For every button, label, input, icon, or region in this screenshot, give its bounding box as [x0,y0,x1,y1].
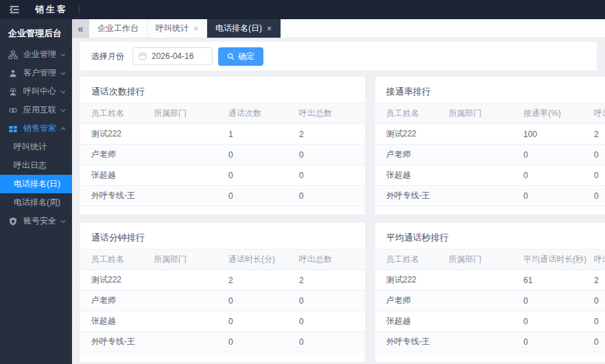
panel-title: 接通率排行 [375,77,605,103]
table-cell [153,291,228,311]
table-cell: 0 [523,311,593,332]
month-filter-label: 选择月份 [91,51,124,62]
sidebar-item-label: 企业管理 [23,49,56,60]
menu-fold-icon[interactable] [9,4,20,15]
table-row: 测试22212 [80,124,365,145]
table-cell: 卢老师 [375,291,448,311]
table-cell: 0 [228,311,298,332]
sidebar-item-customer-management[interactable]: 客户管理 [0,64,72,82]
table-cell: 卢老师 [80,291,153,311]
chevron-down-icon [60,52,66,58]
column-header: 员工姓名 [80,104,153,124]
table-row: 测试222612 [375,270,605,291]
table-header-row: 员工姓名所属部门通话时长(分)呼出总数 [80,250,365,270]
table-row: 外呼专线-王00 [375,332,605,352]
sidebar-subitem-call-statistics[interactable]: 呼叫统计 [0,138,72,156]
table-row: 张超越00 [80,165,365,186]
sidebar-item-label: 客户管理 [23,67,56,79]
ranking-table: 员工姓名所属部门平均通话时长(秒)呼出总数测试222612卢老师00张超越00外… [375,249,605,352]
sidebar-subitem-outbound-log[interactable]: 呼出日志 [0,156,72,175]
agent-headset-icon [8,87,18,97]
sidebar-subitem-phone-ranking-week[interactable]: 电话排名(周) [0,193,72,212]
sidebar-item-label: 应用互联 [23,104,56,116]
table-row: 卢老师00 [375,145,605,165]
table-cell: 0 [593,311,605,332]
chevron-down-icon [60,219,66,224]
column-header: 呼出总数 [298,104,365,124]
table-row: 卢老师00 [80,145,365,165]
panel-title: 平均通话秒排行 [375,223,605,249]
table-cell: 0 [593,332,605,352]
sidebar-item-app-interconnect[interactable]: 应用互联 [0,101,72,119]
search-icon [227,53,235,60]
sidebar-item-sales-manager[interactable]: 销售管家 [0,119,72,138]
table-cell [448,165,523,186]
table-cell: 0 [523,165,593,186]
table-row: 外呼专线-王00 [80,186,365,206]
table-row: 测试22222 [80,270,365,291]
sidebar-subitem-phone-ranking-day[interactable]: 电话排名(日) [0,175,72,193]
table-cell: 0 [298,186,365,206]
close-icon[interactable]: × [267,25,272,33]
table-cell [448,270,523,291]
chevron-down-icon [60,71,66,76]
tab-label: 呼叫统计 [156,23,189,34]
table-row: 卢老师00 [375,291,605,311]
table-row: 外呼专线-王00 [375,186,605,206]
tab-call-statistics[interactable]: 呼叫统计 × [147,19,207,38]
confirm-button[interactable]: 确定 [218,47,263,66]
org-icon [8,50,18,60]
table-cell: 0 [523,186,593,206]
date-picker-input[interactable]: 2026-04-16 [132,47,213,65]
tabs-collapse-button[interactable]: « [72,19,89,38]
table-cell: 2 [228,270,298,291]
filter-bar: 选择月份 2026-04-16 确定 [80,42,597,71]
column-header: 所属部门 [153,104,228,124]
link-icon [8,106,18,115]
sidebar-item-call-center[interactable]: 呼叫中心 [0,82,72,101]
tab-bar: « 企业工作台 呼叫统计 × 电话排名(日) × [72,19,605,38]
table-row: 卢老师00 [80,291,365,311]
column-header: 通话时长(分) [228,250,298,270]
table-cell: 2 [593,270,605,291]
ranking-table: 员工姓名所属部门通话次数呼出总数测试22212卢老师00张超越00外呼专线-王0… [80,103,365,206]
table-cell: 0 [298,291,365,311]
table-cell: 0 [593,145,605,165]
table-cell [448,332,523,352]
table-cell: 0 [523,291,593,311]
table-cell: 100 [523,124,593,145]
table-cell: 卢老师 [80,145,153,165]
column-header: 所属部门 [448,250,523,270]
panel-call-minutes-ranking: 通话分钟排行 员工姓名所属部门通话时长(分)呼出总数测试22222卢老师00张超… [80,223,365,362]
table-cell: 0 [593,165,605,186]
sidebar-item-account-security[interactable]: 账号安全 [0,212,72,230]
table-header-row: 员工姓名所属部门平均通话时长(秒)呼出总数 [375,250,605,270]
column-header: 员工姓名 [80,250,153,270]
tab-phone-ranking-day[interactable]: 电话排名(日) × [207,19,281,38]
table-cell: 1 [228,124,298,145]
table-cell [153,124,228,145]
column-header: 接通率(%) [523,104,593,124]
panel-avg-call-seconds-ranking: 平均通话秒排行 员工姓名所属部门平均通话时长(秒)呼出总数测试222612卢老师… [375,223,605,362]
table-row: 测试2221002 [375,124,605,145]
sidebar-item-label: 呼叫中心 [23,86,56,97]
table-cell: 0 [228,186,298,206]
sidebar-item-enterprise-management[interactable]: 企业管理 [0,45,72,64]
column-header: 所属部门 [448,104,523,124]
sidebar: 企业管理后台 企业管理 客户管 [0,19,72,364]
close-icon[interactable]: × [193,25,198,33]
tab-enterprise-workbench[interactable]: 企业工作台 [89,19,147,38]
table-row: 张超越00 [80,311,365,332]
table-header-row: 员工姓名所属部门接通率(%)呼出总数 [375,104,605,124]
table-cell [153,332,228,352]
table-cell: 0 [523,145,593,165]
ranking-table: 员工姓名所属部门通话时长(分)呼出总数测试22222卢老师00张超越00外呼专线… [80,249,365,352]
table-cell: 测试222 [375,124,448,145]
table-cell [448,186,523,206]
table-cell: 2 [593,124,605,145]
topbar-divider [79,5,80,14]
table-cell: 0 [298,332,365,352]
table-cell: 测试222 [80,270,153,291]
ranking-panels-grid: 通话次数排行 员工姓名所属部门通话次数呼出总数测试22212卢老师00张超越00… [80,77,605,362]
chevron-up-icon [60,126,66,132]
